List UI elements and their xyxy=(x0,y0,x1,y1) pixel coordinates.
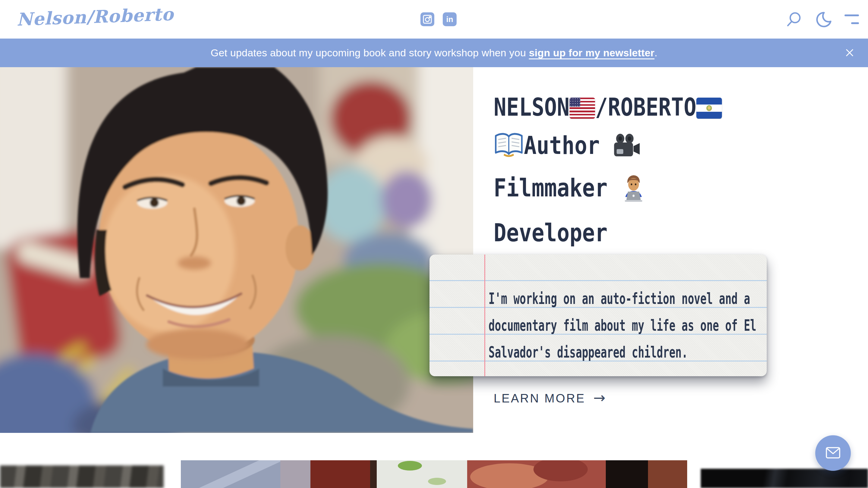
newsletter-banner: Get updates about my upcoming book and s… xyxy=(0,38,868,67)
social-links: in xyxy=(421,12,457,26)
newsletter-signup-link[interactable]: sign up for my newsletter xyxy=(529,47,655,59)
menu-icon[interactable] xyxy=(844,14,859,24)
el-salvador-flag-emoji xyxy=(696,98,722,119)
gallery-thumbnail-dark-texture[interactable] xyxy=(0,465,164,488)
note-line-3: Salvador's disappeared children. xyxy=(489,343,688,361)
banner-close-icon[interactable] xyxy=(844,47,855,59)
page: Nelson/Roberto in xyxy=(0,0,868,488)
linkedin-link[interactable]: in xyxy=(443,12,457,26)
top-nav: Nelson/Roberto in xyxy=(0,0,868,38)
us-flag-emoji xyxy=(569,98,595,119)
menu-line-bottom xyxy=(851,22,859,24)
heading-line-2: Author xyxy=(494,126,722,169)
heading-line-4: Developer xyxy=(494,214,722,252)
learn-more-link[interactable]: LEARN MORE → xyxy=(494,390,606,406)
paper-margin-line xyxy=(484,255,485,376)
right-arrow-icon: → xyxy=(593,389,606,406)
hero-heading: NELSON/ROBERTO Author xyxy=(494,88,762,252)
contact-mail-button[interactable] xyxy=(815,435,851,471)
note-line-1: I'm working on an auto-fiction novel and… xyxy=(489,290,750,307)
learn-more-label: LEARN MORE xyxy=(494,392,586,405)
banner-message: Get updates about my upcoming book and s… xyxy=(211,47,657,59)
man-technologist-emoji xyxy=(620,174,647,214)
heading-line-1: NELSON/ROBERTO xyxy=(494,88,722,126)
hero-portrait-photo xyxy=(0,67,473,433)
gallery-thumbnail-portrait[interactable] xyxy=(181,460,687,488)
search-icon[interactable] xyxy=(785,10,803,28)
paper-rule xyxy=(430,280,767,281)
notebook-paper-card: I'm working on an auto-fiction novel and… xyxy=(430,255,767,376)
nav-actions xyxy=(785,0,859,38)
movie-camera-emoji xyxy=(613,130,641,168)
menu-line-top xyxy=(844,14,859,16)
instagram-link[interactable] xyxy=(421,12,434,26)
note-line-2: documentary film about my life as one of… xyxy=(489,316,756,334)
linkedin-icon: in xyxy=(446,15,453,24)
instagram-icon xyxy=(423,15,432,24)
heading-line-3: Filmmaker xyxy=(494,169,722,214)
envelope-icon xyxy=(826,447,841,460)
dark-mode-moon-icon[interactable] xyxy=(815,10,832,28)
site-logo[interactable]: Nelson/Roberto xyxy=(16,4,174,30)
open-book-emoji xyxy=(494,130,524,169)
gallery-thumbnail-dark-scene[interactable] xyxy=(701,469,868,488)
